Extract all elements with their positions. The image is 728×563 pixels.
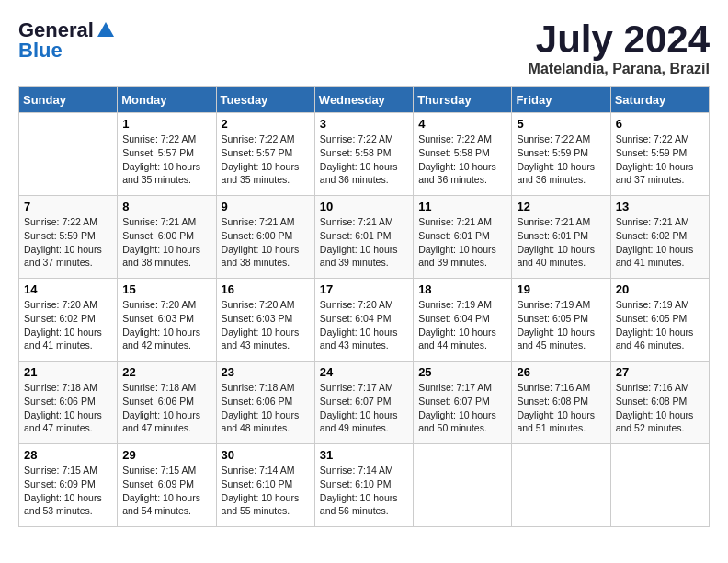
calendar-cell: 27Sunrise: 7:16 AMSunset: 6:08 PMDayligh… [610,362,709,444]
calendar-cell: 31Sunrise: 7:14 AMSunset: 6:10 PMDayligh… [314,444,413,527]
calendar-cell: 15Sunrise: 7:20 AMSunset: 6:03 PMDayligh… [118,279,216,362]
calendar-header-row: SundayMondayTuesdayWednesdayThursdayFrid… [19,87,710,113]
calendar-cell: 6Sunrise: 7:22 AMSunset: 5:59 PMDaylight… [610,113,709,196]
day-number: 17 [320,282,408,296]
calendar-cell [19,113,118,196]
day-number: 25 [418,365,506,379]
day-info: Sunrise: 7:19 AMSunset: 6:05 PMDaylight:… [616,298,704,352]
title-area: July 2024 Matelandia, Parana, Brazil [529,18,710,77]
day-info: Sunrise: 7:22 AMSunset: 5:57 PMDaylight:… [122,132,210,187]
day-number: 31 [320,448,408,462]
day-number: 15 [122,282,210,296]
day-info: Sunrise: 7:22 AMSunset: 5:58 PMDaylight:… [320,132,408,187]
calendar-week-row: 28Sunrise: 7:15 AMSunset: 6:09 PMDayligh… [19,444,710,527]
day-info: Sunrise: 7:14 AMSunset: 6:10 PMDaylight:… [222,464,310,518]
calendar-cell: 5Sunrise: 7:22 AMSunset: 5:59 PMDaylight… [512,113,610,196]
day-number: 8 [122,200,210,213]
calendar-cell: 28Sunrise: 7:15 AMSunset: 6:09 PMDayligh… [19,444,118,527]
day-info: Sunrise: 7:21 AMSunset: 6:00 PMDaylight:… [222,215,310,270]
day-number: 4 [418,117,506,131]
day-number: 28 [24,448,112,462]
calendar-cell: 29Sunrise: 7:15 AMSunset: 6:09 PMDayligh… [118,444,216,527]
calendar-cell: 26Sunrise: 7:16 AMSunset: 6:08 PMDayligh… [512,362,610,444]
calendar-table: SundayMondayTuesdayWednesdayThursdayFrid… [18,86,710,527]
column-header-wednesday: Wednesday [314,87,413,113]
calendar-cell: 30Sunrise: 7:14 AMSunset: 6:10 PMDayligh… [216,444,314,527]
calendar-cell: 19Sunrise: 7:19 AMSunset: 6:05 PMDayligh… [512,279,610,362]
calendar-cell [512,444,610,527]
day-info: Sunrise: 7:19 AMSunset: 6:04 PMDaylight:… [418,298,506,352]
calendar-cell: 1Sunrise: 7:22 AMSunset: 5:57 PMDaylight… [118,113,216,196]
column-header-tuesday: Tuesday [216,87,314,113]
day-info: Sunrise: 7:20 AMSunset: 6:04 PMDaylight:… [320,298,408,352]
day-info: Sunrise: 7:18 AMSunset: 6:06 PMDaylight:… [222,381,310,435]
calendar-cell: 17Sunrise: 7:20 AMSunset: 6:04 PMDayligh… [314,279,413,362]
day-info: Sunrise: 7:22 AMSunset: 5:59 PMDaylight:… [616,132,704,187]
month-title: July 2024 [529,18,710,61]
calendar-cell: 14Sunrise: 7:20 AMSunset: 6:02 PMDayligh… [19,279,118,362]
calendar-cell [610,444,709,527]
calendar-cell: 11Sunrise: 7:21 AMSunset: 6:01 PMDayligh… [414,196,512,279]
day-number: 27 [616,365,704,379]
day-number: 7 [24,200,112,213]
logo-blue-text: Blue [18,39,63,63]
day-number: 3 [320,117,408,131]
day-info: Sunrise: 7:16 AMSunset: 6:08 PMDaylight:… [616,381,704,435]
calendar-cell: 20Sunrise: 7:19 AMSunset: 6:05 PMDayligh… [610,279,709,362]
day-info: Sunrise: 7:22 AMSunset: 5:59 PMDaylight:… [24,215,112,270]
day-info: Sunrise: 7:21 AMSunset: 6:01 PMDaylight:… [418,215,506,270]
logo: General Blue [18,18,116,63]
day-number: 6 [616,117,704,131]
column-header-friday: Friday [512,87,610,113]
calendar-cell: 7Sunrise: 7:22 AMSunset: 5:59 PMDaylight… [19,196,118,279]
day-info: Sunrise: 7:15 AMSunset: 6:09 PMDaylight:… [24,464,112,518]
day-number: 21 [24,365,112,379]
calendar-cell: 24Sunrise: 7:17 AMSunset: 6:07 PMDayligh… [314,362,413,444]
day-number: 19 [517,282,605,296]
day-info: Sunrise: 7:17 AMSunset: 6:07 PMDaylight:… [418,381,506,435]
day-number: 20 [616,282,704,296]
day-info: Sunrise: 7:18 AMSunset: 6:06 PMDaylight:… [24,381,112,435]
calendar-cell: 22Sunrise: 7:18 AMSunset: 6:06 PMDayligh… [118,362,216,444]
day-info: Sunrise: 7:22 AMSunset: 5:58 PMDaylight:… [418,132,506,187]
day-number: 9 [222,200,310,213]
day-number: 22 [122,365,210,379]
day-info: Sunrise: 7:21 AMSunset: 6:01 PMDaylight:… [320,215,408,270]
day-info: Sunrise: 7:20 AMSunset: 6:03 PMDaylight:… [122,298,210,352]
calendar-cell: 16Sunrise: 7:20 AMSunset: 6:03 PMDayligh… [216,279,314,362]
calendar-week-row: 7Sunrise: 7:22 AMSunset: 5:59 PMDaylight… [19,196,710,279]
day-info: Sunrise: 7:14 AMSunset: 6:10 PMDaylight:… [320,464,408,518]
column-header-thursday: Thursday [414,87,512,113]
calendar-cell: 12Sunrise: 7:21 AMSunset: 6:01 PMDayligh… [512,196,610,279]
calendar-cell: 10Sunrise: 7:21 AMSunset: 6:01 PMDayligh… [314,196,413,279]
calendar-cell: 4Sunrise: 7:22 AMSunset: 5:58 PMDaylight… [414,113,512,196]
day-info: Sunrise: 7:19 AMSunset: 6:05 PMDaylight:… [517,298,605,352]
location-title: Matelandia, Parana, Brazil [529,61,710,77]
page-header: General Blue July 2024 Matelandia, Paran… [18,18,710,77]
calendar-cell: 13Sunrise: 7:21 AMSunset: 6:02 PMDayligh… [610,196,709,279]
calendar-cell: 9Sunrise: 7:21 AMSunset: 6:00 PMDaylight… [216,196,314,279]
day-info: Sunrise: 7:17 AMSunset: 6:07 PMDaylight:… [320,381,408,435]
day-info: Sunrise: 7:18 AMSunset: 6:06 PMDaylight:… [122,381,210,435]
calendar-cell: 23Sunrise: 7:18 AMSunset: 6:06 PMDayligh… [216,362,314,444]
day-number: 18 [418,282,506,296]
day-number: 11 [418,200,506,213]
day-number: 24 [320,365,408,379]
day-number: 23 [222,365,310,379]
day-info: Sunrise: 7:21 AMSunset: 6:02 PMDaylight:… [616,215,704,270]
day-info: Sunrise: 7:21 AMSunset: 6:00 PMDaylight:… [122,215,210,270]
day-info: Sunrise: 7:20 AMSunset: 6:02 PMDaylight:… [24,298,112,352]
day-number: 5 [517,117,605,131]
calendar-cell: 18Sunrise: 7:19 AMSunset: 6:04 PMDayligh… [414,279,512,362]
day-info: Sunrise: 7:22 AMSunset: 5:59 PMDaylight:… [517,132,605,187]
calendar-week-row: 14Sunrise: 7:20 AMSunset: 6:02 PMDayligh… [19,279,710,362]
day-number: 30 [222,448,310,462]
day-number: 1 [122,117,210,131]
day-info: Sunrise: 7:21 AMSunset: 6:01 PMDaylight:… [517,215,605,270]
calendar-cell: 2Sunrise: 7:22 AMSunset: 5:57 PMDaylight… [216,113,314,196]
day-info: Sunrise: 7:16 AMSunset: 6:08 PMDaylight:… [517,381,605,435]
day-info: Sunrise: 7:22 AMSunset: 5:57 PMDaylight:… [222,132,310,187]
day-number: 29 [122,448,210,462]
column-header-monday: Monday [118,87,216,113]
svg-marker-0 [97,22,114,37]
